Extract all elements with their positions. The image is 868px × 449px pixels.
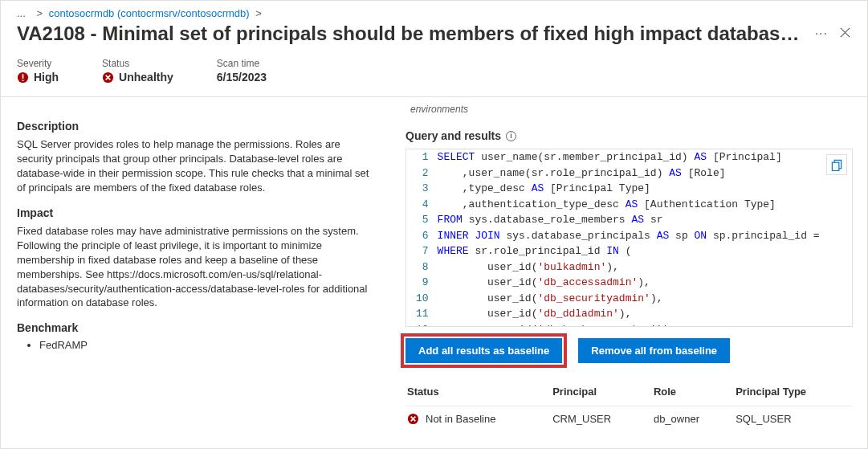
content: Description SQL Server provides roles to… [1, 97, 867, 440]
cell-ptype: SQL_USER [734, 406, 853, 432]
query-code-block: 1SELECT user_name(sr.member_principal_id… [405, 149, 853, 327]
impact-text: Fixed database roles may have administra… [17, 224, 370, 311]
more-actions-button[interactable]: ··· [815, 27, 828, 41]
severity-label: Severity [17, 58, 59, 69]
right-column: environments Query and results i 1SELECT… [386, 97, 867, 440]
query-code-scroll[interactable]: 1SELECT user_name(sr.member_principal_id… [406, 149, 852, 326]
copy-query-button[interactable] [826, 154, 847, 175]
severity-value: High [17, 71, 59, 84]
breadcrumb: ... > contosocrmdb (contocrmsrv/contosoc… [1, 1, 867, 22]
code-line: SELECT user_name(sr.member_principal_id)… [437, 149, 852, 165]
results-table: Status Principal Role Principal Type Not… [405, 381, 853, 431]
svg-rect-2 [22, 80, 24, 81]
code-line: user_id('db_securityadmin'), [437, 291, 852, 307]
benchmark-heading: Benchmark [17, 321, 370, 334]
baseline-buttons: Add all results as baseline Remove all f… [405, 338, 853, 363]
cell-role: db_owner [652, 406, 734, 432]
description-heading: Description [17, 120, 370, 133]
line-number: 12 [406, 322, 437, 326]
scantime-label: Scan time [217, 58, 267, 69]
title-actions: ··· [815, 27, 851, 41]
page-title: VA2108 - Minimal set of principals shoul… [17, 22, 802, 45]
line-number: 7 [406, 243, 437, 259]
table-row[interactable]: Not in Baseline CRM_USER db_owner SQL_US… [405, 406, 853, 432]
svg-rect-1 [22, 74, 24, 79]
status-text: Unhealthy [119, 71, 173, 84]
left-column: Description SQL Server provides roles to… [1, 97, 386, 440]
status-error-icon [407, 413, 419, 425]
col-status[interactable]: Status [405, 381, 551, 406]
code-line: INNER JOIN sys.database_principals AS sp… [437, 228, 852, 244]
code-line: user_id('db_ddladmin'), [437, 306, 852, 322]
code-table: 1SELECT user_name(sr.member_principal_id… [406, 149, 852, 326]
col-role[interactable]: Role [652, 381, 734, 406]
info-icon[interactable]: i [506, 131, 516, 141]
col-principal[interactable]: Principal [551, 381, 652, 406]
severity-high-icon [17, 71, 29, 84]
code-line: ,user_name(sr.role_principal_id) AS [Rol… [437, 165, 852, 182]
cell-status-text: Not in Baseline [426, 413, 495, 425]
copy-icon [831, 159, 843, 171]
line-number: 5 [406, 212, 437, 228]
page-root: ... > contosocrmdb (contocrmsrv/contosoc… [0, 0, 868, 449]
status-label: Status [102, 58, 173, 69]
results-header-row: Status Principal Role Principal Type [405, 381, 853, 406]
close-button[interactable] [839, 27, 851, 41]
svg-rect-5 [832, 162, 838, 170]
remove-all-from-baseline-button[interactable]: Remove all from baseline [578, 338, 730, 363]
line-number: 10 [406, 291, 437, 307]
code-line: user_id('db_backupoperator')) [437, 322, 852, 326]
code-line: WHERE sr.role_principal_id IN ( [437, 243, 852, 259]
benchmark-list: FedRAMP [17, 339, 370, 351]
meta-row: Severity High Status Unhealthy Scan time… [1, 55, 867, 96]
query-results-label: Query and results [405, 129, 501, 142]
line-number: 3 [406, 181, 437, 197]
line-number: 8 [406, 259, 437, 276]
add-all-results-baseline-button[interactable]: Add all results as baseline [405, 338, 562, 363]
breadcrumb-link[interactable]: contosocrmdb (contocrmsrv/contosocrmdb) [49, 7, 250, 19]
severity-block: Severity High [17, 58, 59, 84]
breadcrumb-overflow[interactable]: ... [17, 7, 26, 19]
close-icon [839, 27, 851, 39]
breadcrumb-chevron-icon: > [36, 7, 43, 19]
line-number: 1 [406, 149, 437, 165]
breadcrumb-chevron-icon: > [255, 7, 262, 19]
query-results-heading: Query and results i [405, 129, 853, 142]
code-line: ,authentication_type_desc AS [Authentica… [437, 197, 852, 213]
line-number: 9 [406, 275, 437, 291]
impact-heading: Impact [17, 206, 370, 219]
line-number: 2 [406, 165, 437, 182]
scantime-value: 6/15/2023 [217, 71, 267, 84]
title-row: VA2108 - Minimal set of principals shoul… [1, 22, 867, 55]
line-number: 11 [406, 306, 437, 322]
line-number: 6 [406, 228, 437, 244]
code-line: FROM sys.database_role_members AS sr [437, 212, 852, 228]
description-text: SQL Server provides roles to help manage… [17, 137, 370, 195]
status-unhealthy-icon [102, 71, 114, 84]
cell-status: Not in Baseline [405, 406, 551, 432]
code-line: user_id('bulkadmin'), [437, 259, 852, 276]
line-number: 4 [406, 197, 437, 213]
environments-note: environments [410, 104, 853, 115]
status-block: Status Unhealthy [102, 58, 173, 84]
severity-text: High [34, 71, 59, 84]
code-line: user_id('db_accessadmin'), [437, 275, 852, 291]
cell-principal: CRM_USER [551, 406, 652, 432]
benchmark-item: FedRAMP [39, 339, 370, 351]
status-value: Unhealthy [102, 71, 173, 84]
code-line: ,type_desc AS [Principal Type] [437, 181, 852, 197]
scantime-block: Scan time 6/15/2023 [217, 58, 267, 84]
col-principal-type[interactable]: Principal Type [734, 381, 853, 406]
